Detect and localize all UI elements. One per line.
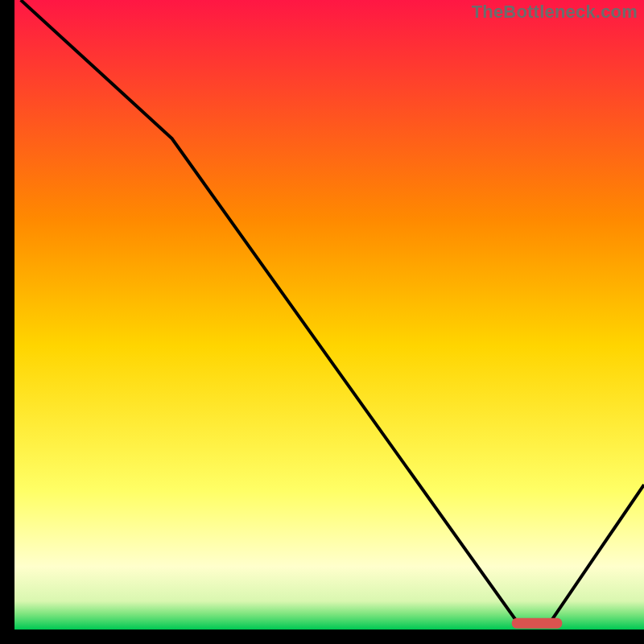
optimal-range-marker	[512, 618, 563, 629]
plot-gradient-background	[14, 0, 644, 630]
x-axis	[0, 630, 644, 644]
attribution-watermark: TheBottleneck.com	[472, 2, 638, 23]
y-axis	[0, 0, 14, 644]
chart-svg	[0, 0, 644, 644]
bottleneck-chart: TheBottleneck.com	[0, 0, 644, 644]
